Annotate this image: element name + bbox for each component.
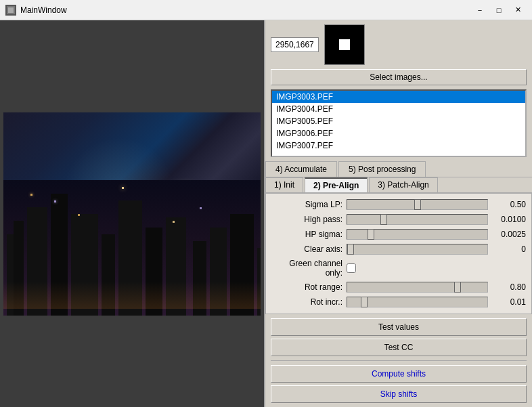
rot-range-row: Rot range: 0.80 — [271, 282, 526, 293]
green-channel-row: Green channel only: — [271, 259, 526, 278]
clear-axis-label: Clear axis: — [271, 244, 342, 254]
bottom-tab-row: 1) Init 2) Pre-Align 3) Patch-Align — [265, 177, 532, 193]
rot-incr-value: 0.01 — [492, 297, 526, 307]
high-pass-value: 0.0100 — [492, 215, 526, 224]
tab-init[interactable]: 1) Init — [265, 177, 303, 192]
rot-range-label: Rot range: — [271, 282, 342, 292]
rot-range-slider[interactable] — [347, 282, 488, 293]
select-images-button[interactable]: Select images... — [271, 69, 527, 85]
close-button[interactable]: ✕ — [509, 3, 527, 17]
skip-shifts-button[interactable]: Skip shifts — [271, 385, 527, 403]
tabs-container: 4) Accumulate 5) Post processing 1) Init… — [265, 161, 532, 314]
coord-box: 2950,1667 — [271, 37, 319, 52]
high-pass-row: High pass: 0.0100 — [271, 214, 526, 225]
title-bar: MainWindow − □ ✕ — [0, 0, 532, 20]
thumbnail — [324, 24, 365, 65]
main-container: 2950,1667 Select images... IMGP3003.PEFI… — [0, 20, 532, 407]
tab-post-processing[interactable]: 5) Post processing — [338, 161, 426, 177]
hp-sigma-label: HP sigma: — [271, 230, 342, 239]
sigma-lp-value: 0.50 — [492, 200, 526, 209]
tab-pre-align[interactable]: 2) Pre-Align — [305, 177, 368, 192]
top-section: 2950,1667 — [265, 20, 532, 69]
rot-incr-label: Rot incr.: — [271, 297, 342, 307]
file-item[interactable]: IMGP3006.PEF — [272, 127, 525, 140]
sigma-lp-slider[interactable] — [347, 199, 488, 210]
file-item[interactable]: IMGP3003.PEF — [272, 91, 525, 103]
top-tab-row: 4) Accumulate 5) Post processing — [265, 161, 532, 177]
title-bar-controls: − □ ✕ — [471, 3, 527, 17]
svg-rect-1 — [8, 7, 14, 13]
sigma-lp-row: Sigma LP: 0.50 — [271, 199, 526, 210]
thumb-white-square — [339, 39, 350, 50]
coordinates: 2950,1667 — [275, 40, 314, 49]
sigma-lp-label: Sigma LP: — [271, 200, 342, 209]
title-bar-left: MainWindow — [5, 5, 67, 16]
high-pass-slider[interactable] — [347, 214, 488, 225]
minimize-button[interactable]: − — [471, 3, 489, 17]
file-item[interactable]: IMGP3005.PEF — [272, 115, 525, 127]
file-item[interactable]: IMGP3004.PEF — [272, 103, 525, 115]
image-preview — [3, 112, 261, 316]
window-title: MainWindow — [20, 5, 67, 15]
rot-incr-row: Rot incr.: 0.01 — [271, 297, 526, 307]
rot-incr-slider[interactable] — [347, 297, 488, 307]
clear-axis-slider[interactable] — [347, 244, 488, 255]
maximize-button[interactable]: □ — [490, 3, 508, 17]
file-item[interactable]: IMGP3007.PEF — [272, 140, 525, 152]
hp-sigma-slider[interactable] — [347, 229, 488, 240]
app-icon — [5, 5, 16, 16]
divider — [271, 360, 527, 361]
tab-accumulate[interactable]: 4) Accumulate — [265, 161, 337, 177]
green-channel-checkbox[interactable] — [347, 263, 356, 273]
hp-sigma-value: 0.0025 — [492, 230, 526, 239]
test-values-button[interactable]: Test values — [271, 318, 527, 336]
hp-sigma-row: HP sigma: 0.0025 — [271, 229, 526, 240]
tab-patch-align[interactable]: 3) Patch-Align — [369, 177, 437, 192]
rot-range-value: 0.80 — [492, 282, 526, 292]
right-panel: 2950,1667 Select images... IMGP3003.PEFI… — [264, 20, 532, 407]
high-pass-label: High pass: — [271, 215, 342, 224]
compute-shifts-button[interactable]: Compute shifts — [271, 365, 527, 383]
clear-axis-row: Clear axis: 0 — [271, 244, 526, 255]
bottom-buttons: Test values Test CC Compute shifts Skip … — [265, 314, 532, 407]
test-cc-button[interactable]: Test CC — [271, 339, 527, 356]
file-list[interactable]: IMGP3003.PEFIMGP3004.PEFIMGP3005.PEFIMGP… — [271, 89, 527, 157]
clear-axis-value: 0 — [492, 244, 526, 254]
left-panel — [0, 20, 264, 407]
green-channel-label: Green channel only: — [271, 259, 342, 278]
settings-panel: Sigma LP: 0.50 High pass: 0.0100 HP sigm… — [265, 193, 532, 314]
